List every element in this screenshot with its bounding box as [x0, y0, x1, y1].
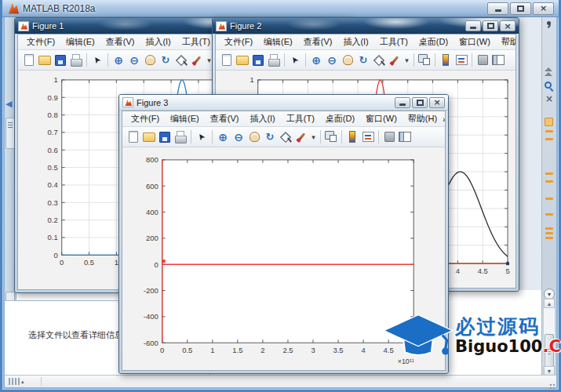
open-file-icon[interactable]: [142, 129, 156, 144]
menu-item[interactable]: 帮助(H): [496, 34, 515, 49]
rotate-3d-icon[interactable]: [356, 53, 370, 67]
analyzer-mark[interactable]: [545, 227, 553, 230]
link-plots-icon[interactable]: [324, 129, 338, 144]
minimize-button[interactable]: [487, 2, 508, 15]
new-file-icon[interactable]: [126, 129, 140, 144]
analyzer-mark[interactable]: [545, 198, 553, 200]
analyzer-mark[interactable]: [545, 172, 553, 175]
brush-dropdown-icon[interactable]: [310, 129, 317, 144]
menu-item[interactable]: 查看(V): [205, 111, 245, 126]
data-cursor-icon[interactable]: [174, 53, 188, 67]
menu-item[interactable]: 文件(F): [219, 34, 258, 49]
menu-item[interactable]: 文件(F): [21, 34, 60, 49]
brush-icon[interactable]: [388, 53, 402, 67]
save-icon[interactable]: [158, 129, 172, 144]
cursor-icon[interactable]: [90, 53, 104, 67]
show-plot-tools-icon[interactable]: [398, 129, 412, 144]
brush-icon[interactable]: [190, 53, 204, 67]
insert-legend-icon[interactable]: [454, 53, 468, 67]
double-chevron-up-icon[interactable]: [545, 67, 552, 76]
cursor-icon[interactable]: [288, 53, 302, 67]
maximize-button[interactable]: [510, 2, 531, 15]
insert-legend-icon[interactable]: [361, 129, 375, 144]
vertical-scrollbar[interactable]: ▲ ▼: [543, 298, 556, 376]
pan-icon[interactable]: [143, 53, 157, 67]
zoom-in-icon[interactable]: [111, 53, 126, 67]
close-button[interactable]: ×: [500, 20, 515, 31]
menu-item[interactable]: 窗口(W): [360, 111, 403, 126]
maximize-button[interactable]: [412, 97, 428, 108]
minimize-button[interactable]: [395, 97, 410, 108]
analyzer-mark[interactable]: [545, 138, 553, 140]
print-icon[interactable]: [173, 129, 188, 144]
new-file-icon[interactable]: [22, 53, 36, 67]
panel-collapse-arrow-icon[interactable]: ◀: [5, 99, 12, 109]
scrollbar-thumb[interactable]: [545, 334, 554, 367]
analyzer-mark[interactable]: [545, 213, 553, 216]
figure2-titlebar[interactable]: Figure 2 ×: [213, 18, 519, 34]
data-cursor-icon[interactable]: [279, 129, 293, 144]
figure3-titlebar[interactable]: Figure 3 ×: [119, 95, 448, 111]
menu-overflow-chevron[interactable]: »: [443, 114, 445, 124]
save-icon[interactable]: [53, 53, 67, 67]
plot-canvas[interactable]: 00.511.522.533.544.55-600-400-2000200400…: [122, 147, 445, 370]
zoom-out-icon[interactable]: [231, 129, 246, 144]
brush-dropdown-icon[interactable]: [403, 53, 410, 67]
rotate-3d-icon[interactable]: [263, 129, 277, 144]
menu-item[interactable]: 编辑(E): [60, 34, 100, 49]
menu-item[interactable]: 桌面(D): [320, 111, 360, 126]
data-cursor-icon[interactable]: [372, 53, 386, 67]
analyzer-mark[interactable]: [545, 130, 553, 132]
hide-plot-tools-icon[interactable]: [475, 53, 490, 67]
menu-item[interactable]: 插入(I): [244, 111, 280, 126]
analyzer-mark[interactable]: [545, 237, 553, 239]
print-icon[interactable]: [267, 53, 281, 67]
cursor-icon[interactable]: [195, 129, 209, 144]
print-icon[interactable]: [69, 53, 83, 67]
menu-item[interactable]: 插入(I): [337, 34, 373, 49]
insert-colorbar-icon[interactable]: [439, 53, 453, 67]
menu-item[interactable]: 编辑(E): [258, 34, 298, 49]
menu-item[interactable]: 查看(V): [298, 34, 338, 49]
zoom-in-icon[interactable]: [309, 53, 323, 67]
figure3-window[interactable]: Figure 3 × 文件(F)编辑(E)查看(V)插入(I)工具(T)桌面(D…: [118, 94, 449, 374]
new-file-icon[interactable]: [220, 53, 234, 67]
menu-item[interactable]: 文件(F): [126, 111, 165, 126]
menu-item[interactable]: 窗口(W): [454, 34, 496, 49]
pan-icon[interactable]: [341, 53, 355, 67]
brush-icon[interactable]: [294, 129, 308, 144]
analyzer-mark[interactable]: [545, 180, 553, 183]
minimize-button[interactable]: [465, 20, 481, 31]
pin-icon[interactable]: [545, 21, 552, 28]
menu-item[interactable]: 工具(T): [177, 34, 216, 49]
save-icon[interactable]: [251, 53, 265, 67]
open-file-icon[interactable]: [235, 53, 250, 67]
maximize-button[interactable]: [483, 20, 498, 31]
menu-item[interactable]: 查看(V): [100, 34, 140, 49]
menu-item[interactable]: 帮助(H): [403, 111, 443, 126]
search-icon[interactable]: [545, 82, 552, 89]
resize-grip[interactable]: [548, 379, 555, 386]
status-grip[interactable]: ▴: [9, 378, 24, 385]
menu-item[interactable]: 桌面(D): [413, 34, 454, 49]
code-analyzer-indicator[interactable]: [545, 118, 553, 126]
rotate-3d-icon[interactable]: [158, 53, 173, 67]
close-button[interactable]: ×: [429, 97, 445, 108]
show-plot-tools-icon[interactable]: [491, 53, 505, 67]
close-button[interactable]: ×: [533, 2, 554, 15]
open-file-icon[interactable]: [38, 53, 52, 67]
menu-item[interactable]: 工具(T): [281, 111, 320, 126]
link-plots-icon[interactable]: [417, 53, 432, 67]
menu-item[interactable]: 插入(I): [140, 34, 176, 49]
hide-plot-tools-icon[interactable]: [382, 129, 396, 144]
pan-icon[interactable]: [247, 129, 261, 144]
analyzer-mark[interactable]: [545, 232, 553, 234]
menu-item[interactable]: 编辑(E): [165, 111, 205, 126]
scroll-up-arrow[interactable]: ▲: [544, 299, 555, 308]
zoom-in-icon[interactable]: [216, 129, 230, 144]
close-panel-icon[interactable]: ×: [545, 94, 553, 103]
menu-item[interactable]: 工具(T): [374, 34, 413, 49]
zoom-out-icon[interactable]: [127, 53, 141, 67]
main-titlebar[interactable]: MATLAB R2018a ×: [2, 0, 559, 17]
insert-colorbar-icon[interactable]: [345, 129, 359, 144]
